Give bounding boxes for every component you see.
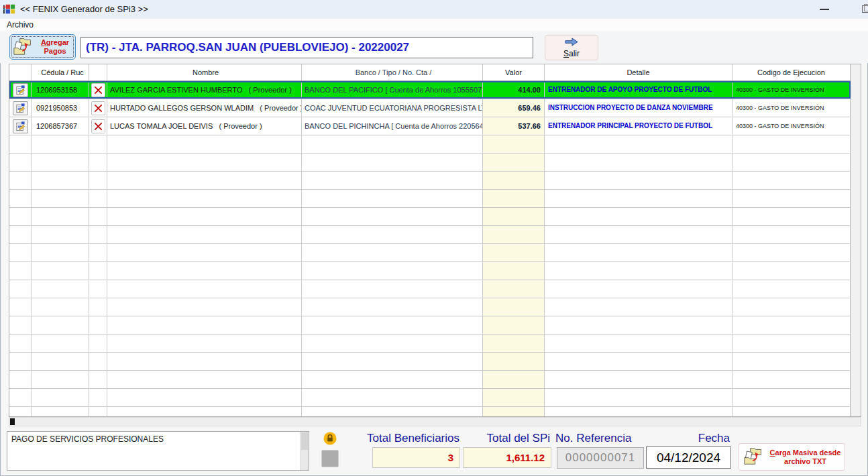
detalle-cell: ENTRENADOR PRINCIPAL PROYECTO DE FUTBOL [545, 117, 733, 135]
nombre-cell: HURTADO GALLEGOS GERSON WLADIM ( Proveed… [107, 99, 302, 117]
total-spi-label: Total del SPi [443, 432, 550, 445]
header-cedula: Cédula / Ruc [32, 64, 89, 80]
lock-icon [323, 432, 337, 445]
header-detalle: Detalle [545, 64, 733, 80]
app-windows-flag-icon [3, 3, 15, 15]
table-row-empty[interactable] [9, 244, 851, 262]
total-spi-field: 1,611.12 [463, 447, 551, 468]
delete-row-button[interactable] [91, 119, 105, 133]
referencia-label: No. Referencia [555, 432, 631, 445]
table-row[interactable]: 0921950853 HURTADO GALLEGOS GERSON WLADI… [9, 99, 851, 117]
horizontal-scrollbar-thumb[interactable] [10, 418, 15, 425]
edit-row-button[interactable] [13, 101, 28, 115]
carga-masiva-label: Carga Masiva desde archivo TXT [766, 449, 845, 466]
table-row[interactable]: 1206953158 AVILEZ GARCIA ESTIVEN HUMBERT… [9, 81, 851, 99]
vertical-scrollbar[interactable] [851, 64, 861, 416]
total-beneficiarios-label: Total Beneficiarios [335, 432, 459, 445]
fecha-label: Fecha [637, 432, 730, 445]
edit-cell [9, 81, 32, 99]
delete-row-button[interactable] [91, 101, 105, 115]
observation-box: PAGO DE SERVICIOS PROFESIONALES [7, 431, 309, 471]
delete-cell [89, 117, 107, 135]
table-row-empty[interactable] [9, 298, 851, 316]
edit-cell [9, 99, 32, 117]
table-row-empty[interactable] [9, 389, 851, 407]
header-nombre: Nombre [107, 64, 302, 80]
table-row-empty[interactable] [9, 353, 851, 371]
table-row-empty[interactable] [9, 262, 851, 280]
payments-table: Cédula / Ruc Nombre Banco / Tipo / No. C… [9, 64, 861, 417]
banco-cell: COAC JUVENTUD ECUATORIANA PROGRESISTA LT… [302, 99, 483, 117]
folder-stack-icon [13, 37, 33, 58]
salir-button[interactable]: Salir [545, 35, 598, 60]
titlebar: << FENIX Generador de SPi3 >> [0, 0, 868, 19]
agregar-pagos-button[interactable]: Agregar Pagos [9, 34, 76, 60]
agregar-pagos-label: Agregar Pagos [35, 38, 75, 56]
table-row-empty[interactable] [9, 208, 851, 226]
restore-button[interactable] [862, 5, 868, 13]
cedula-cell: 1206857367 [32, 117, 89, 135]
table-row-empty[interactable] [9, 154, 851, 172]
edit-row-button[interactable] [13, 83, 28, 97]
fecha-field[interactable] [646, 447, 731, 469]
nombre-cell: LUCAS TOMALA JOEL DEIVIS ( Proveedor ) [107, 117, 302, 135]
footer: PAGO DE SERVICIOS PROFESIONALES Total Be… [0, 427, 868, 476]
app-window: << FENIX Generador de SPi3 >> Archivo Ag… [0, 0, 868, 476]
table-body: 1206953158 AVILEZ GARCIA ESTIVEN HUMBERT… [9, 81, 851, 417]
header-edit-col [9, 64, 32, 80]
window-title: << FENIX Generador de SPi3 >> [20, 4, 148, 14]
edit-row-button[interactable] [13, 119, 28, 133]
table-row-empty[interactable] [9, 190, 851, 208]
detalle-cell: INSTRUCCION PROYECTO DE DANZA NOVIEMBRE [545, 99, 733, 117]
header-delete-col [89, 64, 107, 80]
valor-cell: 659.46 [483, 99, 545, 117]
table-row-empty[interactable] [9, 335, 851, 353]
valor-cell: 537.66 [483, 117, 545, 135]
table-row-empty[interactable] [9, 316, 851, 335]
observation-textarea[interactable]: PAGO DE SERVICIOS PROFESIONALES [7, 432, 300, 470]
nombre-cell: AVILEZ GARCIA ESTIVEN HUMBERTO ( Proveed… [107, 81, 302, 99]
table-row-empty[interactable] [9, 280, 851, 298]
gray-square-button[interactable] [321, 450, 339, 467]
codigo-cell: 40300 - GASTO DE INVERSIÓN [733, 81, 851, 99]
carga-masiva-button[interactable]: Carga Masiva desde archivo TXT [739, 443, 845, 471]
header-valor: Valor [483, 64, 545, 80]
salir-label: Salir [563, 49, 580, 58]
valor-cell: 414.00 [483, 81, 545, 99]
table-row-empty[interactable] [9, 135, 851, 154]
delete-cell [89, 99, 107, 117]
table-row-empty[interactable] [9, 371, 851, 389]
referencia-field: 0000000071 [557, 447, 644, 469]
delete-cell [89, 81, 107, 99]
horizontal-scrollbar[interactable] [9, 417, 861, 426]
table-row[interactable]: 1206857367 LUCAS TOMALA JOEL DEIVIS ( Pr… [9, 117, 851, 135]
edit-cell [9, 117, 32, 135]
menubar: Archivo [0, 19, 868, 31]
header-banco: Banco / Tipo / No. Cta / [302, 64, 483, 80]
delete-row-button[interactable] [91, 83, 105, 97]
minimize-button[interactable] [820, 9, 829, 10]
header-codigo: Codigo de Ejecucion [733, 64, 851, 80]
codigo-cell: 40300 - GASTO DE INVERSIÓN [733, 117, 851, 135]
table-header: Cédula / Ruc Nombre Banco / Tipo / No. C… [9, 64, 861, 81]
cedula-cell: 1206953158 [32, 81, 89, 99]
table-row-empty[interactable] [9, 226, 851, 244]
toolbar: Agregar Pagos Salir [0, 31, 868, 63]
total-beneficiarios-field: 3 [372, 447, 460, 468]
cedula-cell: 0921950853 [32, 99, 89, 117]
menu-archivo[interactable]: Archivo [7, 20, 34, 29]
detalle-cell: ENTRENADOR DE APOYO PROYECTO DE FUTBOL [545, 81, 733, 99]
observation-scrollbar[interactable] [300, 432, 309, 470]
exit-arrow-icon [564, 38, 579, 48]
folder-stack-icon [743, 447, 763, 467]
table-row-empty[interactable] [9, 172, 851, 190]
banco-cell: BANCO DEL PACIFICO [ Cuenta de Ahorros 1… [302, 81, 483, 99]
table-row-empty[interactable] [9, 407, 851, 417]
spi-title-field[interactable] [80, 37, 533, 58]
codigo-cell: 40300 - GASTO DE INVERSIÓN [733, 99, 851, 117]
banco-cell: BANCO DEL PICHINCHA [ Cuenta de Ahorros … [302, 117, 483, 135]
